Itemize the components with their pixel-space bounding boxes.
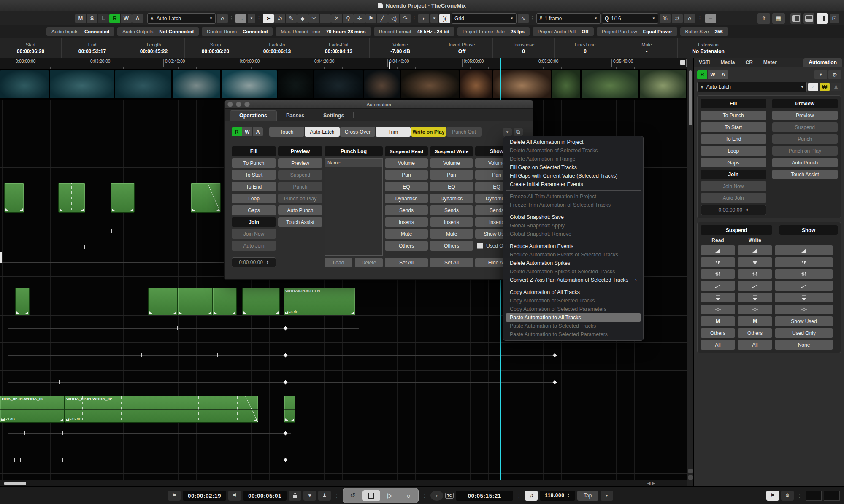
split-tool[interactable]: ✂ <box>308 14 319 23</box>
tempo-options-icon[interactable]: ▼ <box>601 491 613 501</box>
menu-item[interactable] <box>506 211 641 211</box>
functions-menu-button[interactable]: ▼ <box>503 128 512 136</box>
automation-node[interactable] <box>284 353 288 358</box>
status-item[interactable]: Project Pan Law Equal Power <box>597 27 677 36</box>
write-all-button[interactable]: W <box>121 14 132 23</box>
show-eq-button[interactable] <box>775 269 833 279</box>
window-layout-setup-button[interactable]: ⊡ <box>830 14 839 23</box>
menu-item[interactable]: Create Initial Parameter Events <box>506 180 641 189</box>
menu-item[interactable]: Delete Automation Spikes of Selected Tra… <box>506 267 641 276</box>
fade-in-handle[interactable] <box>214 311 217 314</box>
read-all-button[interactable]: R <box>109 14 120 23</box>
suspend-write-param-button[interactable]: Inserts <box>430 217 473 227</box>
menu-item[interactable] <box>506 190 641 191</box>
fill-button[interactable]: Gaps <box>232 205 276 215</box>
panel-menu-button[interactable]: ▼ <box>814 70 827 79</box>
nudge-palette-button[interactable]: ◗ <box>418 14 429 23</box>
automation-mode-button[interactable]: Punch Out <box>446 127 482 137</box>
preview-button[interactable]: Preview <box>772 111 838 120</box>
status-item[interactable]: Record Format 48 kHz - 24 bit <box>374 27 454 36</box>
suspend-read-pan-button[interactable] <box>701 257 735 267</box>
status-item[interactable]: Audio Inputs Connected <box>46 27 114 36</box>
fade-in-handle[interactable] <box>285 418 289 421</box>
fade-in-handle[interactable] <box>5 208 9 211</box>
fill-button[interactable]: To End <box>701 134 766 144</box>
suspend-write-inserts-button[interactable] <box>738 305 772 314</box>
fill-button[interactable]: To Start <box>232 170 276 180</box>
suspend-read-param-button[interactable]: Others <box>385 241 428 251</box>
fade-out-handle[interactable] <box>173 311 176 314</box>
tab-meter[interactable]: Meter <box>758 58 782 67</box>
fill-button[interactable]: Join <box>232 217 276 227</box>
glue-tool[interactable]: ⌒ <box>320 14 331 23</box>
read-all-button[interactable]: R <box>232 127 242 136</box>
audio-warp-quantize-button[interactable]: ⇄ <box>672 14 683 23</box>
preview-button[interactable]: Auto Punch <box>772 158 838 167</box>
show-volume-button[interactable] <box>775 245 833 255</box>
suspend-read-dynamics-button[interactable] <box>701 281 735 291</box>
info-field[interactable]: Start 00:00:06:20 <box>0 38 62 58</box>
suspend-write-dynamics-button[interactable] <box>738 281 772 291</box>
suspend-read-sends-button[interactable] <box>701 293 735 302</box>
audio-event[interactable]: WODA0.PUSTELN◢ -6 dB <box>284 288 355 315</box>
used-only-checkbox[interactable] <box>477 243 483 249</box>
automation-node[interactable] <box>284 380 288 385</box>
horizontal-scrollbar[interactable]: ◀ ▶ <box>0 480 687 487</box>
object-selection-tool[interactable]: ➤ <box>263 14 274 23</box>
write-all-button[interactable]: W <box>708 70 718 79</box>
suspend-read-param-button[interactable]: Dynamics <box>385 194 428 203</box>
info-field[interactable]: Fade-Out 00:00:04:13 <box>308 38 370 58</box>
preview-button[interactable]: Auto Punch <box>278 205 322 215</box>
on-screen-keyboard-button[interactable]: ▦ <box>772 13 785 24</box>
auto-join-time-field[interactable]: 0:00:00:00 ▲▼ <box>701 205 766 215</box>
quantize-panel-button[interactable]: e <box>684 14 695 23</box>
suspend-read-mute-button[interactable]: M <box>701 316 735 326</box>
suspend-read-set-all-button[interactable]: Set All <box>385 258 428 267</box>
suspend-all-button[interactable]: A <box>718 70 728 79</box>
info-field[interactable]: Length 00:00:45:22 <box>123 38 185 58</box>
fade-out-handle[interactable] <box>130 208 133 211</box>
tempo-stepper-icon[interactable]: ▲▼ <box>567 493 570 498</box>
fade-in-handle[interactable] <box>60 208 63 211</box>
tap-tempo-button[interactable]: Tap <box>577 491 598 501</box>
tab-automation[interactable]: Automation <box>803 58 842 67</box>
hand-tool[interactable]: ✛ <box>354 14 365 23</box>
suspend-read-volume-button[interactable] <box>701 245 735 255</box>
menu-item[interactable]: Delete All Automation in Project <box>506 138 641 146</box>
menu-item[interactable] <box>506 240 641 240</box>
audio-event[interactable] <box>284 396 295 423</box>
menu-item[interactable] <box>506 286 641 286</box>
fade-out-handle[interactable] <box>275 311 279 314</box>
show-pan-button[interactable] <box>775 257 833 267</box>
automation-node[interactable] <box>553 353 557 358</box>
preview-button[interactable]: Preview <box>278 158 322 168</box>
suspend-all-button[interactable]: A <box>132 14 143 23</box>
fill-button[interactable]: Join Now <box>701 181 766 191</box>
grid-type-select[interactable]: # 1 frame ▼ <box>536 13 601 24</box>
fill-button[interactable]: Auto Join <box>232 241 276 251</box>
automation-curve[interactable] <box>8 328 359 329</box>
tab-passes[interactable]: Passes <box>277 111 314 121</box>
menu-item[interactable]: Freeze Trim Automation of Selected Track… <box>506 201 641 209</box>
horizontal-scrollbar-handle[interactable] <box>4 482 26 485</box>
status-item[interactable]: Control Room Connected <box>202 27 273 36</box>
automation-mode-select[interactable]: ∧ Auto-Latch ▼ <box>697 82 807 92</box>
suspend-write-others-button[interactable]: Others <box>738 328 772 338</box>
info-field[interactable]: Fine-Tune 0 <box>555 38 616 58</box>
suspend-write-param-button[interactable]: Pan <box>430 170 473 180</box>
fade-in-handle[interactable] <box>149 311 153 314</box>
cycle-button[interactable]: ↻ <box>344 490 362 501</box>
fill-button[interactable]: To End <box>232 182 276 191</box>
write-enable-icon[interactable]: ₩ <box>820 83 830 91</box>
auto-scroll-options-icon[interactable]: ▼ <box>248 14 255 23</box>
lower-zone-toggle[interactable] <box>803 13 814 24</box>
tab-operations[interactable]: Operations <box>230 110 277 121</box>
tab-vsti[interactable]: VSTi <box>694 58 715 67</box>
suspend-write-mute-button[interactable]: M <box>738 316 772 326</box>
menu-item[interactable]: Fill Gaps with Current Value (Selected T… <box>506 172 641 180</box>
vertical-scrollbar-handle[interactable] <box>689 70 692 125</box>
zoom-out-button[interactable] <box>688 475 693 480</box>
info-field[interactable]: Mute - <box>616 38 678 58</box>
fade-out-handle[interactable] <box>291 418 294 421</box>
copy-page-icon[interactable]: ⧉ <box>514 128 523 136</box>
